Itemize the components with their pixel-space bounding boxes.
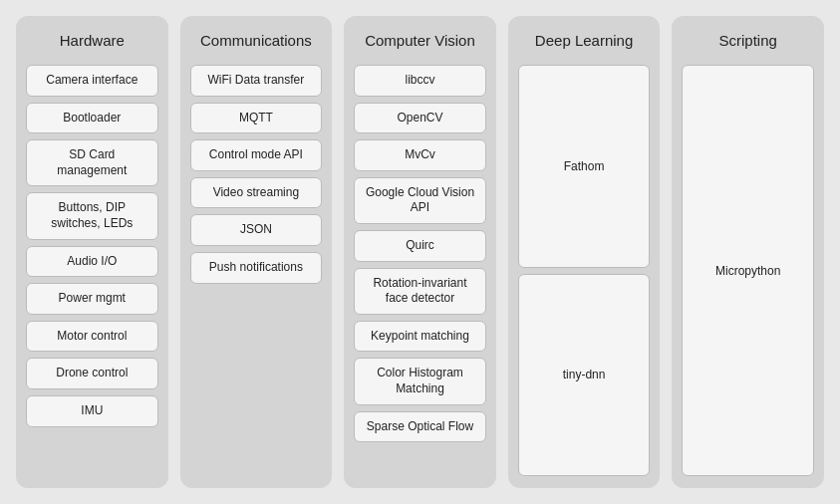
deep-learning-title: Deep Learning [535, 32, 633, 49]
communications-item-5: Push notifications [190, 252, 323, 284]
column-scripting: ScriptingMicropython [672, 16, 824, 488]
hardware-item-2: SD Card management [26, 139, 158, 186]
communications-item-3: Video streaming [190, 177, 323, 209]
scripting-items-wrapper: Micropython [682, 65, 814, 476]
communications-item-4: JSON [190, 214, 323, 246]
hardware-item-0: Camera interface [26, 65, 158, 97]
communications-item-1: MQTT [190, 103, 323, 134]
hardware-item-4: Audio I/O [26, 246, 158, 278]
hardware-item-6: Motor control [26, 321, 158, 353]
hardware-item-8: IMU [26, 395, 158, 427]
column-communications: CommunicationsWiFi Data transferMQTTCont… [180, 16, 333, 488]
hardware-item-1: Bootloader [26, 103, 158, 134]
scripting-item-0: Micropython [682, 65, 814, 476]
hardware-item-5: Power mgmt [26, 283, 158, 315]
scripting-title: Scripting [718, 32, 776, 49]
computer-vision-item-0: libccv [354, 65, 486, 97]
main-container: HardwareCamera interfaceBootloaderSD Car… [0, 0, 840, 504]
deep-learning-item-1: tiny-dnn [518, 274, 651, 477]
hardware-title: Hardware [60, 32, 125, 49]
computer-vision-item-5: Rotation-invariant face detector [354, 268, 486, 315]
computer-vision-items-list: libccvOpenCVMvCvGoogle Cloud Vision APIQ… [354, 65, 486, 442]
column-computer-vision: Computer VisionlibccvOpenCVMvCvGoogle Cl… [344, 16, 496, 488]
computer-vision-title: Computer Vision [365, 32, 475, 49]
computer-vision-item-1: OpenCV [354, 103, 486, 134]
communications-items-list: WiFi Data transferMQTTControl mode APIVi… [190, 65, 323, 284]
computer-vision-item-4: Quirc [354, 230, 486, 262]
computer-vision-item-8: Sparse Optical Flow [354, 411, 486, 443]
computer-vision-item-7: Color Histogram Matching [354, 358, 486, 404]
communications-item-2: Control mode API [190, 139, 323, 171]
hardware-item-7: Drone control [26, 358, 158, 389]
hardware-item-3: Buttons, DIP switches, LEDs [26, 192, 158, 239]
computer-vision-item-3: Google Cloud Vision API [354, 177, 486, 224]
hardware-items-list: Camera interfaceBootloaderSD Card manage… [26, 65, 158, 427]
deep-learning-items-wrapper: Fathomtiny-dnn [518, 65, 651, 476]
communications-item-0: WiFi Data transfer [190, 65, 323, 97]
deep-learning-item-0: Fathom [518, 65, 651, 268]
computer-vision-item-6: Keypoint matching [354, 321, 486, 353]
communications-title: Communications [200, 32, 312, 49]
column-deep-learning: Deep LearningFathomtiny-dnn [508, 16, 661, 488]
column-hardware: HardwareCamera interfaceBootloaderSD Car… [16, 16, 168, 488]
computer-vision-item-2: MvCv [354, 139, 486, 171]
